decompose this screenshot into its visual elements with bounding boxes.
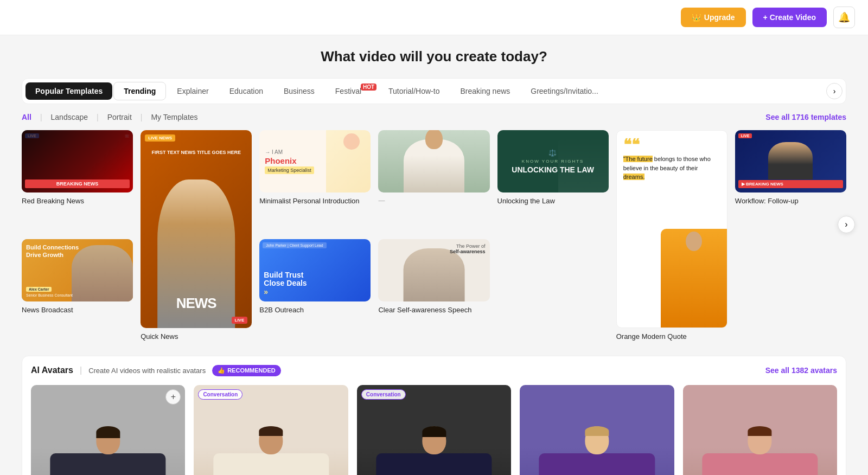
- news-word: NEWS: [176, 295, 216, 312]
- tab-festival[interactable]: Festival HOT: [326, 82, 378, 100]
- filter-options: All | Landscape | Portrait | My Template…: [22, 113, 198, 121]
- template-name: Red Breaking News: [22, 197, 133, 205]
- filter-row: All | Landscape | Portrait | My Template…: [22, 113, 846, 121]
- tab-breaking-news[interactable]: Breaking news: [450, 82, 520, 100]
- avatars-title: AI Avatars: [31, 365, 73, 375]
- template-card[interactable]: Build Connections Drive Growth Alex Cart…: [22, 239, 133, 341]
- upgrade-button[interactable]: 👑 Upgrade: [681, 8, 746, 27]
- minimal-name: Phoenix: [265, 156, 314, 165]
- template-thumbnail: The Power of Self-awareness: [378, 239, 489, 301]
- crown-icon: 👑: [692, 13, 701, 22]
- avatars-header: AI Avatars | Create AI videos with reali…: [31, 365, 837, 376]
- category-tabs: Popular Templates Trending Explainer Edu…: [22, 78, 846, 104]
- avatars-see-all[interactable]: See all 1382 avatars: [765, 366, 837, 375]
- minimal-iam: → I AM: [265, 149, 314, 155]
- template-name: B2B Outreach: [259, 306, 371, 314]
- tabs-next-button[interactable]: ›: [826, 83, 843, 99]
- quote-text: "The future belongs to those who believe…: [623, 155, 720, 182]
- template-name: Orange Modern Quote: [616, 332, 727, 341]
- tab-popular[interactable]: Popular Templates: [25, 82, 112, 100]
- template-thumbnail: John Parker | Client Support Lead Build …: [259, 239, 371, 301]
- avatars-subtitle: Create AI videos with realistic avatars: [88, 367, 206, 375]
- header: 👑 Upgrade + Create Video 🔔: [0, 0, 868, 35]
- template-card[interactable]: ⚖️ KNOW YOUR RIGHTS UNLOCKING THE LAW Un…: [497, 130, 609, 232]
- template-name: Minimalist Personal Introduction: [259, 197, 371, 205]
- recommended-badge: 👍 RECOMMENDED: [212, 365, 281, 376]
- filter-all[interactable]: All: [22, 113, 31, 121]
- template-card[interactable]: The Power of Self-awareness Clear Self-a…: [378, 239, 489, 341]
- create-video-button[interactable]: + Create Video: [752, 8, 827, 27]
- template-card[interactable]: ❝❝ "The future belongs to those who beli…: [616, 130, 727, 341]
- templates-grid: LIVE 📺 BREAKING NEWS Red Breaking News L…: [22, 130, 846, 341]
- filter-landscape[interactable]: Landscape: [51, 113, 88, 121]
- template-name: Clear Self-awareness Speech: [378, 306, 489, 314]
- tab-greetings[interactable]: Greetings/Invitatio...: [521, 82, 608, 100]
- filter-portrait[interactable]: Portrait: [107, 113, 132, 121]
- avatar-add-button[interactable]: +: [165, 389, 181, 405]
- avatar-conversation-tag: Conversation: [198, 389, 242, 400]
- template-card[interactable]: LIVE NEWS FIRST TEXT NEWS TITLE GOES HER…: [141, 130, 252, 341]
- template-card[interactable]: LIVE ▶ BREAKING NEWS Workflow: Follow-up: [735, 130, 846, 232]
- notification-button[interactable]: 🔔: [833, 7, 855, 28]
- template-name: —: [378, 197, 489, 204]
- templates-next-arrow[interactable]: ›: [838, 216, 855, 233]
- live-tag2: LIVE: [232, 317, 248, 324]
- template-thumbnail: LIVE 📺 BREAKING NEWS: [22, 130, 133, 192]
- template-thumbnail: → I AM Phoenix Marketing Specialist: [259, 130, 371, 192]
- tab-trending[interactable]: Trending: [113, 82, 166, 100]
- tab-tutorial[interactable]: Tutorial/How-to: [379, 82, 449, 100]
- templates-count: See all 1716 templates: [765, 113, 846, 121]
- template-card[interactable]: → I AM Phoenix Marketing Specialist Mini…: [259, 130, 371, 232]
- avatar-conversation-tag: Conversation: [361, 389, 406, 400]
- template-thumbnail: Build Connections Drive Growth Alex Cart…: [22, 239, 133, 301]
- filter-my-templates[interactable]: My Templates: [151, 113, 197, 121]
- template-thumbnail: ❝❝ "The future belongs to those who beli…: [616, 130, 727, 328]
- template-card[interactable]: LIVE 📺 BREAKING NEWS Red Breaking News: [22, 130, 133, 232]
- avatars-section: AI Avatars | Create AI videos with reali…: [22, 356, 846, 475]
- tab-education[interactable]: Education: [220, 82, 273, 100]
- template-card[interactable]: John Parker | Client Support Lead Build …: [259, 239, 371, 341]
- page-title: What video will you create today?: [22, 48, 846, 65]
- avatars-grid: + ▶ Conversation: [31, 385, 837, 475]
- template-thumbnail: LIVE ▶ BREAKING NEWS: [735, 130, 846, 192]
- template-thumbnail: [378, 130, 489, 192]
- tab-business[interactable]: Business: [274, 82, 324, 100]
- template-name: Quick News: [141, 332, 252, 341]
- bell-icon: 🔔: [838, 11, 850, 23]
- template-name: Workflow: Follow-up: [735, 197, 846, 205]
- template-name: Unlocking the Law: [497, 197, 609, 205]
- tab-explainer[interactable]: Explainer: [167, 82, 218, 100]
- upgrade-label: Upgrade: [704, 13, 735, 22]
- template-thumbnail: LIVE NEWS FIRST TEXT NEWS TITLE GOES HER…: [141, 130, 252, 328]
- template-thumbnail: ⚖️ KNOW YOUR RIGHTS UNLOCKING THE LAW: [497, 130, 609, 192]
- minimal-role: Marketing Specialist: [265, 166, 314, 174]
- thumb-icon: 👍: [218, 367, 225, 374]
- avatar-card[interactable]: Conversation: [194, 385, 348, 475]
- live-news-badge: LIVE NEWS: [145, 134, 175, 142]
- template-card[interactable]: —: [378, 130, 489, 232]
- breaking-news-bar: BREAKING NEWS: [25, 179, 130, 188]
- avatar-card[interactable]: + ▶: [31, 385, 185, 475]
- create-label: + Create Video: [763, 13, 816, 22]
- avatar-card[interactable]: Conversation: [357, 385, 511, 475]
- template-name: News Broadcast: [22, 306, 133, 314]
- main-content: What video will you create today? Popula…: [0, 35, 868, 475]
- hot-badge: HOT: [361, 84, 376, 91]
- avatar-card[interactable]: [683, 385, 837, 475]
- avatar-card[interactable]: [520, 385, 674, 475]
